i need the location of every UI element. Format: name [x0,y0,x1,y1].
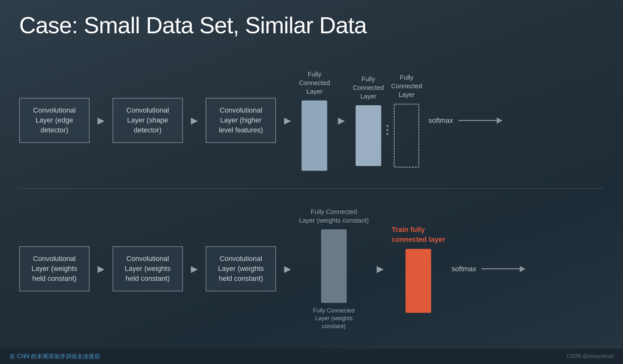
train-label-line2: connected layer [391,235,445,243]
long-arrow-head-bot [520,266,525,272]
arrow-1-top: ► [95,114,107,127]
fc-label-3-top: FullyConnectedLayer [391,73,422,99]
page-title: Case: Small Data Set, Similar Data [19,13,604,38]
horizontal-divider [19,188,604,189]
bottom-right-text: CSDN @alwaystrust [567,353,613,359]
conv-box-2-bot: Convolutional Layer (weights held consta… [113,246,183,291]
arrow-4-bot: ► [375,262,386,276]
top-row-content: Convolutional Layer (edge detector) ► Co… [19,70,502,171]
long-arrow-bot [481,266,525,272]
fc-bar-1-top [302,100,327,171]
arrow-1-bot: ► [95,262,107,276]
fc-bar-1-bot [321,229,347,303]
diagram-area: Convolutional Layer (edge detector) ► Co… [19,51,604,326]
bottom-left-text: 在 CNN 的末尾添加并训练全连接层 [10,352,100,360]
softmax-group-bot: softmax [452,265,525,273]
fc-col-2-top: FullyConnectedLayer [353,75,384,166]
fc-bar-2-bot-red [406,249,431,313]
arrow-2-bot: ► [189,262,200,276]
train-label: Train fullyconnected layer [391,225,445,245]
fc-label-1-bot: Fully ConnectedLayer (weights constant) [299,208,369,225]
conv-box-2-top: Convolutional Layer (shape detector) [113,98,183,143]
bottom-bar: 在 CNN 的末尾添加并训练全连接层 CSDN @alwaystrust [0,349,623,364]
fc-bar-2-top [356,105,381,166]
softmax-group-top: softmax [429,116,502,125]
conv-box-3-top: Convolutional Layer (higher level featur… [206,98,276,143]
fc-label-1-top: FullyConnectedLayer [299,70,330,96]
arrow-2-top: ► [189,114,200,127]
dot2 [386,129,389,131]
arrow-3-bot: ► [282,262,293,276]
fc-col-2-bot-wrapper: Train fullyconnected layer [391,225,445,313]
conv-box-1-bot: Convolutional Layer (weights held consta… [19,246,90,291]
bottom-row: Convolutional Layer (weights held consta… [19,208,604,330]
fc-bar-3-top-dashed [394,104,419,168]
softmax-label-top: softmax [429,116,453,125]
conv-box-1-top: Convolutional Layer (edge detector) [19,98,90,143]
dots-connector-top [386,106,389,135]
dot1 [386,125,389,127]
dot3 [386,133,389,135]
fc-label-2-top: FullyConnectedLayer [353,75,384,101]
softmax-label-bot: softmax [452,265,476,273]
long-arrow-top [458,117,502,124]
long-arrow-line-bot [481,268,520,269]
fc-col-3-top: FullyConnectedLayer [391,73,422,168]
top-row: Convolutional Layer (edge detector) ► Co… [19,70,604,171]
main-container: Case: Small Data Set, Similar Data Convo… [0,0,623,364]
long-arrow-head-top [497,117,502,124]
fc-sublabel-1-bot: Fully ConnectedLayer (weights constant) [305,307,363,330]
long-arrow-line-top [458,120,497,121]
arrow-4-top: ► [336,114,347,127]
fc-col-1-top: FullyConnectedLayer [299,70,330,171]
arrow-3-top: ► [282,114,293,127]
conv-box-3-bot: Convolutional Layer (weights held consta… [206,246,276,291]
fc-col-1-bot: Fully ConnectedLayer (weights constant) … [299,208,369,330]
bottom-row-content: Convolutional Layer (weights held consta… [19,208,525,330]
